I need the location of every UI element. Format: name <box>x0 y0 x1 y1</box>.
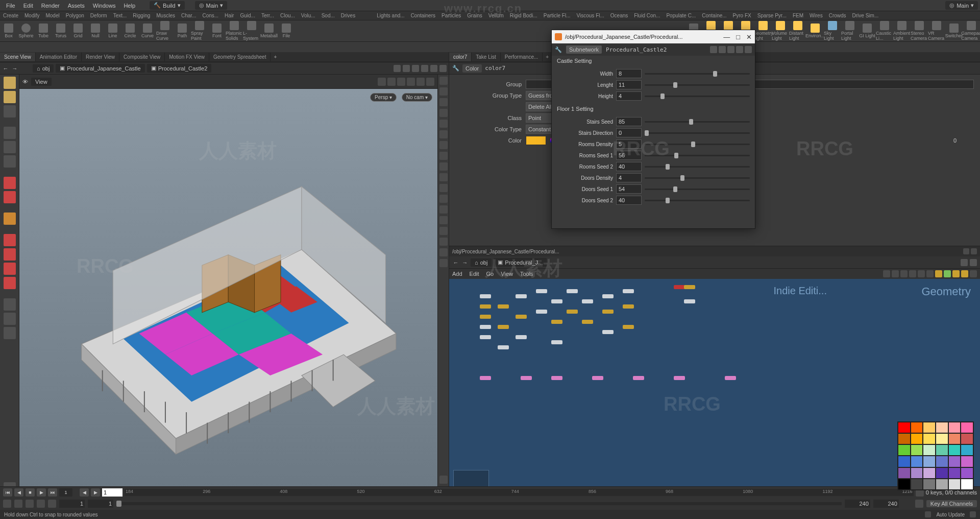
tool-n[interactable] <box>4 327 16 339</box>
slider-rooms-seed2[interactable] <box>645 166 750 168</box>
tool-gamepadcam[interactable]: Gamepad Camera <box>963 21 980 41</box>
palette-swatch[interactable] <box>911 444 923 456</box>
tool-path[interactable]: Path <box>174 23 191 38</box>
tab-perf[interactable]: Performance... <box>501 53 543 61</box>
tab-color7[interactable]: color7 <box>449 53 472 61</box>
shelf-tab[interactable]: Vellum <box>485 12 507 19</box>
help-icon[interactable] <box>745 46 752 53</box>
palette-swatch[interactable] <box>936 479 948 490</box>
disp-opt[interactable] <box>439 152 448 160</box>
disp-opt[interactable] <box>439 476 448 484</box>
slider-doors-seed2[interactable] <box>645 200 750 201</box>
tab-takelist[interactable]: Take List <box>472 53 500 61</box>
tool-ambientlight[interactable]: Ambient Light <box>893 21 911 41</box>
field-stairs-seed[interactable]: 85 <box>616 117 642 126</box>
vp-icon[interactable] <box>426 78 434 86</box>
slider-height[interactable] <box>645 96 750 97</box>
shelf-tab[interactable]: Sod... <box>318 12 338 19</box>
crumb-obj[interactable]: ⌂obj <box>471 258 492 267</box>
tool-d[interactable] <box>4 155 16 168</box>
opt-icon[interactable] <box>421 65 428 72</box>
node-name[interactable]: Procedural_Castle2 <box>606 46 667 53</box>
goto-start-button[interactable]: ⏮ <box>3 488 12 497</box>
range-end2[interactable]: 240 <box>873 500 899 508</box>
tool-file[interactable]: File <box>278 23 295 38</box>
tool-drawcurve[interactable]: Draw Curve <box>156 21 174 41</box>
key-back-button[interactable]: ◀ <box>80 488 89 497</box>
range-end[interactable]: 240 <box>845 500 870 508</box>
palette-swatch[interactable] <box>898 456 911 467</box>
tool-stereocam[interactable]: Stereo Camera <box>911 21 928 41</box>
tool-g[interactable] <box>4 213 16 225</box>
tool-b[interactable] <box>4 127 16 139</box>
disp-opt[interactable] <box>439 77 448 85</box>
flag-icon[interactable] <box>719 46 726 53</box>
field-width[interactable]: 8 <box>616 69 642 78</box>
net-opt[interactable] <box>961 259 968 266</box>
palette-swatch[interactable] <box>911 422 923 433</box>
slider-doors-density[interactable] <box>645 177 750 179</box>
shelf-tab[interactable]: Char... <box>178 12 199 19</box>
auto-update-label[interactable]: Auto Update <box>936 512 965 517</box>
palette-swatch[interactable] <box>923 433 936 444</box>
disp-opt[interactable] <box>439 259 448 267</box>
tool-envlight[interactable]: Environ... <box>806 23 824 38</box>
status-icon[interactable] <box>925 511 931 517</box>
palette-swatch[interactable] <box>936 422 948 433</box>
disp-opt[interactable] <box>439 98 448 106</box>
tool-l[interactable] <box>4 298 16 311</box>
palette-swatch[interactable] <box>911 433 923 444</box>
vp-icon[interactable] <box>397 78 405 86</box>
shelf-tab[interactable]: Rigid Bodi... <box>507 12 541 19</box>
shelf-tab[interactable]: Text... <box>110 12 130 19</box>
key-fwd-button[interactable]: ▶ <box>91 488 100 497</box>
tool-switcher[interactable]: Switcher <box>945 23 963 38</box>
nav-back-icon[interactable]: ← <box>2 65 9 72</box>
shelf-tab[interactable]: Model <box>42 12 62 19</box>
shelf-tab[interactable]: Lights and... <box>374 12 407 19</box>
net-menu-tools[interactable]: Tools <box>520 271 533 277</box>
palette-swatch[interactable] <box>898 467 911 479</box>
palette-swatch[interactable] <box>948 456 961 467</box>
close-button[interactable]: ✕ <box>746 33 752 41</box>
slider-stairs-seed[interactable] <box>645 121 750 123</box>
range-start[interactable]: 1 <box>59 500 85 508</box>
key-opt[interactable] <box>915 500 923 508</box>
shelf-tab[interactable]: Crowds <box>826 12 849 19</box>
disp-opt[interactable] <box>439 120 448 128</box>
camera-persp-dropdown[interactable]: Persp ▾ <box>370 93 397 102</box>
tool-k[interactable] <box>4 277 16 289</box>
net-menu-edit[interactable]: Edit <box>470 271 479 277</box>
tool-vrcam[interactable]: VR Camera <box>928 21 945 41</box>
shelf-tab[interactable]: Muscles <box>153 12 178 19</box>
palette-swatch[interactable] <box>898 444 911 456</box>
timeline-track[interactable]: 184296 408520 632744 856968 10801192 121… <box>125 489 914 496</box>
field-doors-density[interactable]: 4 <box>616 173 642 182</box>
net-tool-icon[interactable] <box>883 270 890 277</box>
disp-opt[interactable] <box>439 141 448 149</box>
menu-assets[interactable]: Assets <box>64 1 89 10</box>
palette-swatch[interactable] <box>911 479 923 490</box>
select-tool[interactable] <box>4 77 16 89</box>
tool-h[interactable] <box>4 234 16 246</box>
menu-file[interactable]: File <box>2 1 19 10</box>
palette-swatch[interactable] <box>911 467 923 479</box>
opt3-icon[interactable] <box>439 65 447 72</box>
nav-fwd-icon[interactable]: → <box>461 259 469 266</box>
nav-back-icon[interactable]: ← <box>452 259 459 266</box>
net-tool-icon[interactable] <box>935 270 942 277</box>
net-tool-icon[interactable] <box>961 270 968 277</box>
range-opt[interactable] <box>14 500 22 508</box>
palette-swatch[interactable] <box>948 444 961 456</box>
step-back-button[interactable]: ◀ <box>14 488 23 497</box>
palette-swatch[interactable] <box>923 456 936 467</box>
vp-icon[interactable] <box>416 78 425 86</box>
tool-gilight[interactable]: GI Light <box>859 23 876 38</box>
net-menu-add[interactable]: Add <box>452 271 462 277</box>
disp-opt[interactable] <box>439 227 448 235</box>
disp-opt[interactable] <box>439 109 448 117</box>
tool-j[interactable] <box>4 263 16 275</box>
palette-swatch[interactable] <box>898 422 911 433</box>
tool-skylight[interactable]: Sky Light <box>824 21 841 41</box>
tab-render-view[interactable]: Render View <box>82 53 119 61</box>
